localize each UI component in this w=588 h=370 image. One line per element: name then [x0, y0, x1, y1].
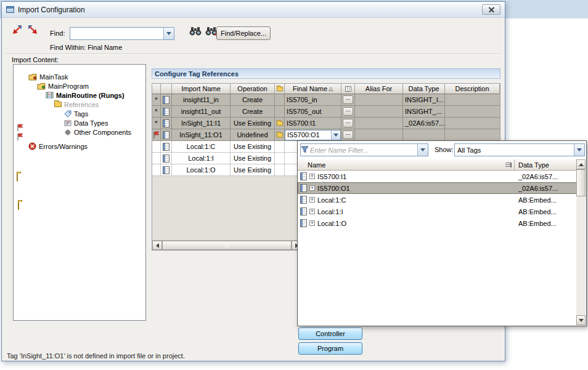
tree-item-errors-warnings[interactable]: Errors/Warnings [14, 142, 145, 151]
folder-cell [275, 164, 285, 176]
tree-item-mainprogram[interactable]: MainProgram [14, 81, 145, 90]
tree-item-maintask[interactable]: MainTask [14, 72, 145, 81]
tag-icon [163, 131, 169, 139]
find-next-icon[interactable] [26, 24, 39, 36]
data-type-cell: INSIGHT_I... [403, 94, 445, 106]
final-name-cell[interactable]: IS5705_in [285, 94, 341, 106]
browse-column-header[interactable] [341, 84, 355, 94]
dropdown-arrow-icon[interactable] [163, 28, 174, 39]
tree-item-data-types[interactable]: Data Types [14, 118, 145, 127]
table-row: * insight11_in Create IS5705_in ... INSI… [152, 94, 500, 106]
name-filter-combobox[interactable] [300, 143, 428, 156]
data-type-column-header[interactable]: Data Type [403, 84, 445, 94]
operation-cell[interactable]: Use Existing [231, 141, 275, 153]
find-combobox[interactable] [70, 27, 174, 40]
row-icon-cell [161, 129, 172, 141]
alias-for-cell[interactable] [355, 118, 403, 129]
tag-name: IS5700:I1 [317, 173, 346, 180]
description-column-header[interactable]: Description [445, 84, 500, 94]
tree-item-references[interactable]: References [14, 100, 145, 109]
folder-column-header[interactable] [275, 84, 285, 94]
import-name-cell: Local:1:C [172, 141, 231, 153]
name-column-header[interactable]: Name [298, 159, 515, 170]
marker-column-header [152, 84, 161, 94]
scroll-up-icon[interactable] [576, 159, 586, 169]
close-icon [488, 7, 495, 12]
row-icon-cell [161, 164, 172, 176]
import-name-column-header[interactable]: Import Name [172, 84, 231, 94]
dropdown-arrow-icon[interactable] [331, 131, 340, 140]
tree-item-mainroutine[interactable]: MainRoutine (Rungs) [14, 90, 145, 100]
import-name-cell: insight11_out [172, 106, 231, 118]
tag-list-item[interactable]: + Local:1:I AB:Embed... [298, 206, 578, 217]
tag-icon [300, 219, 307, 227]
find-previous-icon[interactable] [10, 24, 24, 36]
program-icon [37, 82, 46, 90]
scrollbar-thumb[interactable] [162, 241, 292, 250]
tree-item-tags[interactable]: Tags [14, 109, 145, 118]
expand-plus-icon[interactable]: + [309, 209, 315, 214]
folder-icon [276, 121, 282, 126]
show-combobox[interactable]: All Tags [454, 143, 585, 156]
tree-item-other-components[interactable]: Other Components [14, 127, 145, 137]
browse-button[interactable]: ... [343, 107, 353, 116]
tag-list-item[interactable]: + Local:1:O AB:Embed... [298, 217, 578, 229]
tag-list-item-selected[interactable]: + IS5700:O1 _02A6:is57... [298, 182, 578, 194]
alias-for-cell[interactable] [355, 106, 403, 118]
controller-scope-button[interactable]: Controller [298, 328, 362, 340]
operation-cell[interactable]: Undefined [231, 129, 275, 141]
operation-cell[interactable]: Use Existing [231, 118, 275, 129]
close-button[interactable] [482, 4, 500, 15]
title-bar[interactable]: Import Configuration [2, 2, 505, 18]
tag-icon [300, 207, 307, 215]
alias-for-cell[interactable] [355, 94, 403, 106]
expand-plus-icon[interactable]: + [309, 174, 315, 179]
browse-button[interactable]: ... [343, 119, 353, 127]
final-name-cell[interactable]: IS5705_out [285, 106, 341, 118]
operation-cell[interactable]: Create [231, 94, 275, 106]
scrollbar-thumb[interactable] [576, 169, 586, 196]
horizontal-scrollbar[interactable] [152, 240, 302, 250]
final-name-cell[interactable]: IS5700:I1 [285, 118, 341, 129]
alias-for-column-header[interactable]: Alias For [355, 84, 403, 94]
final-name-column-header[interactable]: Final Name △ [285, 84, 341, 94]
browse-button[interactable]: ... [343, 95, 353, 104]
final-name-cell: IS5700:O1 [285, 129, 341, 141]
sort-ascending-icon: △ [329, 86, 333, 92]
operation-column-header[interactable]: Operation [231, 84, 275, 94]
find-replace-button[interactable]: Find/Replace... [216, 26, 271, 40]
operation-cell[interactable]: Use Existing [231, 153, 275, 164]
app-icon [6, 6, 14, 13]
data-type-column-header[interactable]: Data Type [515, 159, 578, 170]
alias-for-cell[interactable] [355, 129, 403, 141]
vertical-scrollbar[interactable] [576, 159, 586, 325]
operation-cell[interactable]: Use Existing [231, 164, 275, 176]
scroll-down-icon[interactable] [576, 315, 586, 325]
tree-item-label: MainTask [39, 73, 68, 81]
program-scope-button[interactable]: Program [298, 342, 362, 355]
import-content-tree[interactable]: MainTask MainProgram MainRoutine (Rungs)… [13, 64, 146, 321]
column-options-icon[interactable] [505, 163, 512, 167]
data-type-cell: INSIGHT_... [403, 106, 445, 118]
tag-list-item[interactable]: + Local:1:C AB:Embed... [298, 194, 578, 206]
dropdown-arrow-icon[interactable] [417, 144, 428, 156]
scrollbar-track[interactable] [576, 196, 586, 315]
dropdown-arrow-icon[interactable] [574, 144, 584, 156]
expand-plus-icon[interactable]: + [309, 185, 315, 191]
find-input[interactable] [70, 28, 163, 39]
window-title: Import Configuration [18, 6, 85, 14]
expand-plus-icon[interactable]: + [309, 197, 315, 203]
tag-icon [300, 196, 307, 204]
table-header-row: Import Name Operation Final Name △ Alias… [152, 84, 500, 94]
expand-plus-icon[interactable]: + [309, 220, 315, 226]
tag-icon [163, 108, 169, 116]
scroll-left-icon[interactable] [152, 241, 162, 250]
filter-funnel-icon [301, 146, 309, 155]
operation-cell[interactable]: Create [231, 106, 275, 118]
final-name-combobox[interactable]: IS5700:O1 [285, 130, 341, 140]
tag-list-item[interactable]: + IS5700:I1 _02A6:is57... [298, 171, 578, 182]
browse-button[interactable]: ... [343, 131, 353, 139]
row-marker [152, 153, 161, 164]
name-filter-input[interactable] [309, 147, 417, 154]
find-within-icon[interactable] [189, 26, 202, 36]
